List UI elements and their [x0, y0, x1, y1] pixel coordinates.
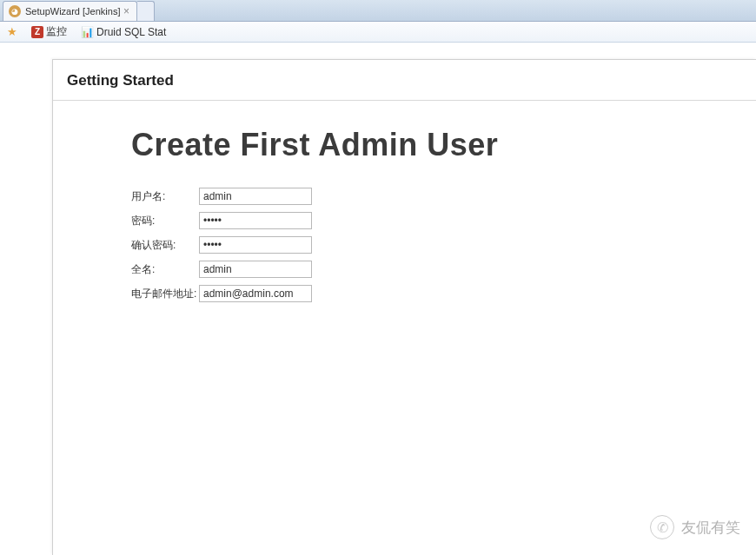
browser-tab[interactable]: ◕ SetupWizard [Jenkins] ×: [3, 1, 137, 21]
form-row-email: 电子邮件地址:: [131, 285, 756, 302]
setup-wizard-frame: Getting Started Create First Admin User …: [52, 59, 756, 555]
chart-icon: 📊: [81, 26, 94, 38]
form-row-password: 密码:: [131, 212, 756, 229]
email-input[interactable]: [199, 285, 312, 302]
setup-body: Create First Admin User 用户名: 密码: 确认密码: 全…: [53, 101, 756, 302]
bookmark-monitor[interactable]: Z 监控: [28, 23, 70, 41]
jenkins-favicon-icon: ◕: [9, 5, 21, 17]
z-icon: Z: [31, 26, 43, 38]
star-icon: ★: [7, 25, 17, 38]
fullname-input[interactable]: [199, 261, 312, 278]
page-title: Create First Admin User: [131, 127, 756, 163]
password-input[interactable]: [199, 212, 312, 229]
bookmarks-bar: ★ Z 监控 📊 Druid SQL Stat: [0, 22, 756, 43]
tab-title: SetupWizard [Jenkins]: [25, 6, 120, 17]
password-label: 密码:: [131, 214, 199, 228]
bookmark-label: Druid SQL Stat: [96, 26, 166, 38]
wechat-icon: ✆: [650, 515, 674, 539]
setup-header: Getting Started: [53, 60, 756, 101]
tab-close-icon[interactable]: ×: [122, 5, 131, 17]
watermark-text: 友侃有笑: [681, 518, 740, 538]
form-row-username: 用户名:: [131, 188, 756, 205]
username-input[interactable]: [199, 188, 312, 205]
confirm-password-label: 确认密码:: [131, 238, 199, 253]
browser-tab-bar: ◕ SetupWizard [Jenkins] ×: [0, 0, 756, 22]
new-tab-button[interactable]: [137, 1, 155, 21]
confirm-password-input[interactable]: [199, 236, 312, 254]
username-label: 用户名:: [131, 189, 199, 204]
bookmark-favorites[interactable]: ★: [3, 23, 21, 40]
bookmark-label: 监控: [46, 24, 67, 39]
getting-started-heading: Getting Started: [67, 72, 742, 89]
email-label: 电子邮件地址:: [131, 287, 199, 301]
watermark: ✆ 友侃有笑: [650, 515, 740, 539]
fullname-label: 全名:: [131, 262, 199, 277]
form-row-fullname: 全名:: [131, 261, 756, 278]
form-row-confirm: 确认密码:: [131, 236, 756, 254]
bookmark-druid[interactable]: 📊 Druid SQL Stat: [77, 24, 169, 40]
